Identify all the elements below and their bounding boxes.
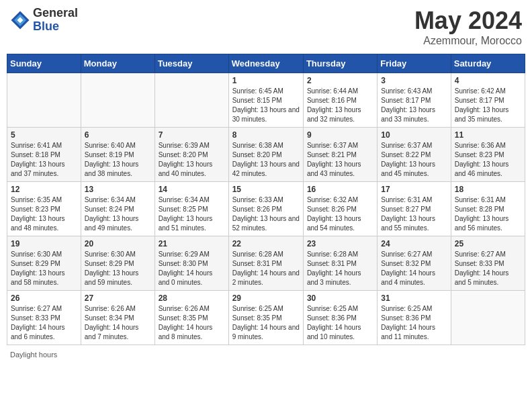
calendar-cell: 22Sunrise: 6:28 AMSunset: 8:31 PMDayligh… — [228, 236, 303, 291]
calendar-cell — [7, 73, 81, 128]
day-info: Sunrise: 6:35 AMSunset: 8:23 PMDaylight:… — [11, 195, 77, 233]
day-info: Sunrise: 6:37 AMSunset: 8:21 PMDaylight:… — [307, 141, 373, 179]
calendar-cell: 1Sunrise: 6:45 AMSunset: 8:15 PMDaylight… — [228, 73, 303, 128]
calendar-cell: 20Sunrise: 6:30 AMSunset: 8:29 PMDayligh… — [81, 236, 154, 291]
calendar-cell: 5Sunrise: 6:41 AMSunset: 8:18 PMDaylight… — [7, 128, 81, 182]
day-number: 3 — [381, 76, 447, 85]
day-info: Sunrise: 6:27 AMSunset: 8:33 PMDaylight:… — [455, 250, 521, 287]
calendar-cell: 21Sunrise: 6:29 AMSunset: 8:30 PMDayligh… — [154, 236, 228, 291]
day-info: Sunrise: 6:31 AMSunset: 8:27 PMDaylight:… — [381, 195, 447, 233]
day-info: Sunrise: 6:30 AMSunset: 8:29 PMDaylight:… — [11, 250, 77, 287]
calendar-cell: 8Sunrise: 6:38 AMSunset: 8:20 PMDaylight… — [228, 128, 303, 182]
calendar-cell: 17Sunrise: 6:31 AMSunset: 8:27 PMDayligh… — [378, 182, 451, 236]
day-number: 26 — [11, 293, 77, 303]
day-number: 23 — [307, 239, 373, 248]
day-number: 25 — [455, 239, 521, 248]
day-info: Sunrise: 6:36 AMSunset: 8:23 PMDaylight:… — [455, 141, 521, 179]
day-info: Sunrise: 6:44 AMSunset: 8:16 PMDaylight:… — [307, 87, 373, 124]
day-number: 19 — [11, 239, 77, 248]
calendar-weekday-thursday: Thursday — [303, 54, 377, 73]
calendar-week-row: 19Sunrise: 6:30 AMSunset: 8:29 PMDayligh… — [7, 236, 525, 291]
day-info: Sunrise: 6:31 AMSunset: 8:28 PMDaylight:… — [455, 195, 521, 233]
day-info: Sunrise: 6:30 AMSunset: 8:29 PMDaylight:… — [85, 250, 151, 287]
calendar-weekday-saturday: Saturday — [451, 54, 525, 73]
day-number: 6 — [85, 130, 151, 140]
day-number: 29 — [232, 293, 300, 303]
calendar-cell — [154, 73, 228, 128]
day-number: 18 — [455, 185, 521, 194]
calendar-table: SundayMondayTuesdayWednesdayThursdayFrid… — [7, 54, 525, 345]
day-info: Sunrise: 6:39 AMSunset: 8:20 PMDaylight:… — [159, 141, 225, 179]
calendar-cell: 29Sunrise: 6:25 AMSunset: 8:35 PMDayligh… — [228, 291, 303, 345]
day-info: Sunrise: 6:32 AMSunset: 8:26 PMDaylight:… — [307, 195, 373, 233]
day-number: 4 — [455, 76, 521, 85]
calendar-cell: 23Sunrise: 6:28 AMSunset: 8:31 PMDayligh… — [303, 236, 377, 291]
calendar-cell: 19Sunrise: 6:30 AMSunset: 8:29 PMDayligh… — [7, 236, 81, 291]
day-number: 17 — [381, 185, 447, 194]
calendar-weekday-sunday: Sunday — [7, 54, 81, 73]
day-info: Sunrise: 6:34 AMSunset: 8:24 PMDaylight:… — [85, 195, 151, 233]
calendar-cell: 12Sunrise: 6:35 AMSunset: 8:23 PMDayligh… — [7, 182, 81, 236]
day-info: Sunrise: 6:28 AMSunset: 8:31 PMDaylight:… — [232, 250, 300, 287]
day-info: Sunrise: 6:41 AMSunset: 8:18 PMDaylight:… — [11, 141, 77, 179]
day-number: 28 — [159, 293, 225, 303]
page-header: General Blue May 2024 Azemmour, Morocco — [7, 7, 525, 47]
calendar-cell: 10Sunrise: 6:37 AMSunset: 8:22 PMDayligh… — [378, 128, 451, 182]
logo-blue: Blue — [33, 20, 78, 34]
day-number: 11 — [455, 130, 521, 140]
calendar-cell: 25Sunrise: 6:27 AMSunset: 8:33 PMDayligh… — [451, 236, 525, 291]
day-number: 14 — [159, 185, 225, 194]
day-info: Sunrise: 6:42 AMSunset: 8:17 PMDaylight:… — [455, 87, 521, 124]
calendar-cell: 7Sunrise: 6:39 AMSunset: 8:20 PMDaylight… — [154, 128, 228, 182]
calendar-cell — [81, 73, 154, 128]
daylight-label: Daylight hours — [10, 351, 57, 359]
day-info: Sunrise: 6:26 AMSunset: 8:34 PMDaylight:… — [85, 304, 151, 342]
calendar-cell: 9Sunrise: 6:37 AMSunset: 8:21 PMDaylight… — [303, 128, 377, 182]
calendar-cell: 26Sunrise: 6:27 AMSunset: 8:33 PMDayligh… — [7, 291, 81, 345]
day-info: Sunrise: 6:28 AMSunset: 8:31 PMDaylight:… — [307, 250, 373, 287]
day-number: 20 — [85, 239, 151, 248]
location: Azemmour, Morocco — [414, 35, 522, 47]
day-number: 1 — [232, 76, 300, 85]
day-info: Sunrise: 6:26 AMSunset: 8:35 PMDaylight:… — [159, 304, 225, 342]
calendar-cell — [451, 291, 525, 345]
calendar-cell: 2Sunrise: 6:44 AMSunset: 8:16 PMDaylight… — [303, 73, 377, 128]
calendar-week-row: 12Sunrise: 6:35 AMSunset: 8:23 PMDayligh… — [7, 182, 525, 236]
calendar-weekday-wednesday: Wednesday — [228, 54, 303, 73]
calendar-weekday-friday: Friday — [378, 54, 451, 73]
footer: Daylight hours — [7, 351, 525, 359]
calendar-weekday-monday: Monday — [81, 54, 154, 73]
logo-text: General Blue — [33, 7, 78, 34]
day-number: 27 — [85, 293, 151, 303]
calendar-header-row: SundayMondayTuesdayWednesdayThursdayFrid… — [7, 54, 525, 73]
logo: General Blue — [10, 7, 78, 34]
calendar-cell: 15Sunrise: 6:33 AMSunset: 8:26 PMDayligh… — [228, 182, 303, 236]
calendar-cell: 18Sunrise: 6:31 AMSunset: 8:28 PMDayligh… — [451, 182, 525, 236]
calendar-cell: 31Sunrise: 6:25 AMSunset: 8:36 PMDayligh… — [378, 291, 451, 345]
day-info: Sunrise: 6:27 AMSunset: 8:33 PMDaylight:… — [11, 304, 77, 342]
day-number: 22 — [232, 239, 300, 248]
day-number: 10 — [381, 130, 447, 140]
calendar-cell: 6Sunrise: 6:40 AMSunset: 8:19 PMDaylight… — [81, 128, 154, 182]
day-number: 8 — [232, 130, 300, 140]
day-number: 16 — [307, 185, 373, 194]
calendar-cell: 14Sunrise: 6:34 AMSunset: 8:25 PMDayligh… — [154, 182, 228, 236]
calendar-cell: 28Sunrise: 6:26 AMSunset: 8:35 PMDayligh… — [154, 291, 228, 345]
day-number: 5 — [11, 130, 77, 140]
calendar-cell: 3Sunrise: 6:43 AMSunset: 8:17 PMDaylight… — [378, 73, 451, 128]
day-number: 9 — [307, 130, 373, 140]
day-number: 13 — [85, 185, 151, 194]
calendar-cell: 27Sunrise: 6:26 AMSunset: 8:34 PMDayligh… — [81, 291, 154, 345]
day-info: Sunrise: 6:25 AMSunset: 8:35 PMDaylight:… — [232, 304, 300, 342]
logo-icon — [10, 10, 30, 30]
calendar-cell: 13Sunrise: 6:34 AMSunset: 8:24 PMDayligh… — [81, 182, 154, 236]
calendar-cell: 30Sunrise: 6:25 AMSunset: 8:36 PMDayligh… — [303, 291, 377, 345]
month-title: May 2024 — [414, 7, 522, 35]
day-number: 21 — [159, 239, 225, 248]
day-info: Sunrise: 6:37 AMSunset: 8:22 PMDaylight:… — [381, 141, 447, 179]
calendar-weekday-tuesday: Tuesday — [154, 54, 228, 73]
day-number: 30 — [307, 293, 373, 303]
title-block: May 2024 Azemmour, Morocco — [414, 7, 522, 47]
day-info: Sunrise: 6:43 AMSunset: 8:17 PMDaylight:… — [381, 87, 447, 124]
day-number: 24 — [381, 239, 447, 248]
